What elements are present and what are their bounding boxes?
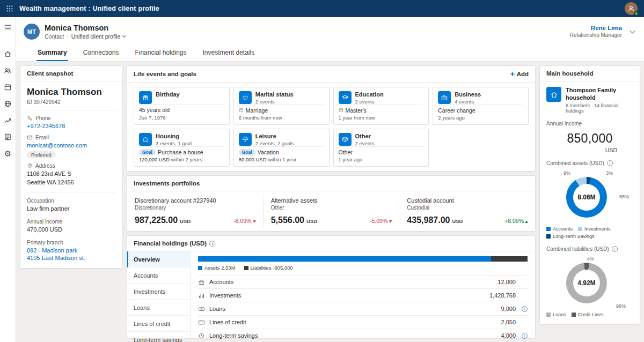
chevron-down-icon[interactable]	[630, 28, 635, 34]
phone-link[interactable]: +972-2345678	[27, 123, 65, 129]
holdings-nav-long-term-savings[interactable]: Long-term savings	[127, 332, 190, 342]
top-app-bar: Wealth management : Unified client profi…	[0, 0, 644, 17]
portfolio-category: Other	[271, 205, 392, 211]
address-line2: Seattle WA 12456	[27, 179, 116, 187]
info-icon[interactable]	[522, 306, 528, 312]
liabilities-swatch	[244, 266, 248, 270]
holding-label: Lines of credit	[209, 319, 246, 325]
holding-row-loans[interactable]: Loans 9,000	[198, 302, 528, 316]
life-event-tile-education[interactable]: Education2 events Master's 1 year from n…	[333, 87, 429, 125]
tile-line2: 6 months from now	[239, 115, 324, 121]
address-label: Address	[35, 163, 55, 169]
triangle-up-icon	[525, 218, 528, 224]
info-icon[interactable]	[209, 241, 215, 247]
client-name: Monica Thomson	[27, 87, 116, 98]
calendar-icon[interactable]	[4, 83, 12, 91]
settings-gear-icon[interactable]	[4, 149, 12, 158]
tab-investment-details[interactable]: Investment details	[201, 49, 255, 61]
add-life-event-button[interactable]: Add	[510, 70, 529, 78]
email-field: Email monicat@contoso.com Preferred	[27, 135, 116, 158]
holdings-nav-lines-of-credit[interactable]: Lines of credit	[127, 316, 190, 332]
portfolio-name: Alternative assets	[271, 197, 392, 204]
form-selector[interactable]: Unified client profile	[71, 33, 126, 40]
info-icon[interactable]	[612, 246, 618, 252]
goal-amount: 80,000 USD	[239, 157, 267, 162]
assets-legend-label: Assets 2.53M	[204, 265, 236, 271]
branch-link-1[interactable]: 092 - Madison park	[27, 247, 77, 254]
user-avatar[interactable]	[625, 2, 638, 15]
tab-summary[interactable]: Summary	[36, 49, 68, 61]
tab-financial-holdings[interactable]: Financial holdings	[134, 49, 187, 61]
owner-control[interactable]: Rene Lima Relationship Manager	[570, 25, 634, 38]
portfolio-item-discretionary[interactable]: Discretionary account #237940 Discretion…	[127, 194, 263, 228]
tasks-icon[interactable]	[4, 132, 12, 141]
life-event-tile-marital-status[interactable]: Marital status2 events Marriage 6 months…	[233, 87, 330, 125]
client-id: ID 307429942	[27, 99, 116, 105]
holdings-nav-investments[interactable]: Investments	[127, 284, 190, 300]
life-event-tile-other[interactable]: Other2 events Other 1 year ago	[333, 129, 429, 167]
middle-column: Life events and goals Add Birthday 45 ye…	[127, 65, 536, 338]
household-link[interactable]: Thompson Family household 6 members · 14…	[546, 87, 633, 114]
tile-line2: 2 years ago	[438, 115, 523, 121]
tile-line1: Career change	[438, 107, 475, 114]
portfolio-currency: USD	[180, 218, 191, 224]
assets-legend: Accounts Investments Long-Term Savings	[546, 226, 633, 239]
holdings-nav-accounts[interactable]: Accounts	[127, 267, 190, 284]
globe-icon[interactable]	[4, 99, 12, 108]
change-indicator: +8.09%	[504, 218, 528, 224]
portfolio-currency: USD	[452, 218, 463, 224]
holding-row-long-term-savings[interactable]: Long-term savings 4,000	[198, 329, 528, 342]
clock-icon	[198, 332, 205, 339]
tile-subtitle: 3 events, 1 goal	[156, 140, 192, 146]
holdings-nav-loans[interactable]: Loans	[127, 300, 190, 316]
tile-title: Housing	[156, 133, 192, 140]
heart-icon	[239, 91, 252, 104]
info-icon[interactable]	[522, 333, 528, 339]
record-header: MT Monica Thomson Contact · Unified clie…	[16, 17, 644, 46]
left-nav-rail	[0, 17, 16, 342]
portfolio-item-custodial[interactable]: Custodial account Custodial 435,987.00 U…	[399, 194, 535, 228]
insights-chart-icon[interactable]	[4, 116, 12, 124]
liabilities-pct-loans: 96%	[616, 303, 626, 309]
chevron-down-icon	[122, 34, 126, 38]
holding-row-lines-of-credit[interactable]: Lines of credit 2,050	[198, 316, 528, 329]
page-title: Monica Thomson	[45, 24, 126, 32]
app-frame: MT Monica Thomson Contact · Unified clie…	[0, 17, 644, 342]
tile-title: Other	[355, 133, 375, 140]
portfolios-card: Investments portfolios Discretionary acc…	[127, 175, 536, 232]
holding-row-investments[interactable]: Investments 1,428,768	[198, 289, 528, 302]
app-launcher-icon[interactable]	[0, 0, 19, 17]
tab-connections[interactable]: Connections	[82, 49, 120, 61]
financial-holdings-title: Financial holdings (USD)	[134, 240, 207, 247]
holding-row-accounts[interactable]: Accounts 12,000	[198, 276, 528, 289]
life-event-tile-housing[interactable]: Housing3 events, 1 goal GoalPurchase a h…	[134, 129, 230, 167]
combined-liabilities-label: Combined liabilities (USD)	[546, 246, 609, 252]
financial-holdings-card: Financial holdings (USD) Overview Accoun…	[127, 235, 536, 338]
life-events-grid: Birthday 45 years old Jun 7, 1976 Marita…	[127, 83, 535, 171]
branch-link-2[interactable]: 4105 East Madison st.	[27, 255, 85, 261]
portfolio-item-alternative[interactable]: Alternative assets Other 5,556.00 USD -5…	[263, 194, 399, 228]
contacts-icon[interactable]	[4, 66, 12, 75]
home-icon[interactable]	[4, 49, 12, 58]
occupation-value: Law firm partner	[27, 205, 116, 213]
tile-title: Birthday	[156, 91, 180, 98]
holding-label: Long-term savings	[209, 332, 258, 339]
liabilities-donut-box: 4% 96% 4.92M	[546, 256, 633, 310]
contact-initials: MT	[27, 28, 36, 35]
primary-branch-label: Primary branch	[27, 240, 116, 246]
email-link[interactable]: monicat@contoso.com	[27, 142, 87, 148]
household-name[interactable]: Thompson Family household	[566, 87, 633, 102]
combined-assets-label: Combined assets (USD)	[546, 160, 604, 166]
life-event-tile-birthday[interactable]: Birthday 45 years old Jun 7, 1976	[134, 87, 230, 125]
info-icon[interactable]	[607, 160, 613, 166]
owner-name[interactable]: Rene Lima	[570, 25, 622, 31]
holdings-nav-overview[interactable]: Overview	[127, 251, 190, 267]
hamburger-menu-icon[interactable]	[4, 23, 12, 31]
long-term-savings-swatch	[546, 234, 551, 239]
life-event-tile-business[interactable]: Business4 events Career change 2 years a…	[433, 87, 529, 125]
bank-icon	[198, 279, 205, 286]
portfolio-category: Custodial	[407, 205, 528, 211]
life-event-tile-leisure[interactable]: Leisure2 events, 2 goals GoalVacation 80…	[233, 129, 330, 167]
liabilities-legend-label: Liabilities -805,000	[251, 265, 293, 271]
topbar-right	[625, 2, 638, 15]
